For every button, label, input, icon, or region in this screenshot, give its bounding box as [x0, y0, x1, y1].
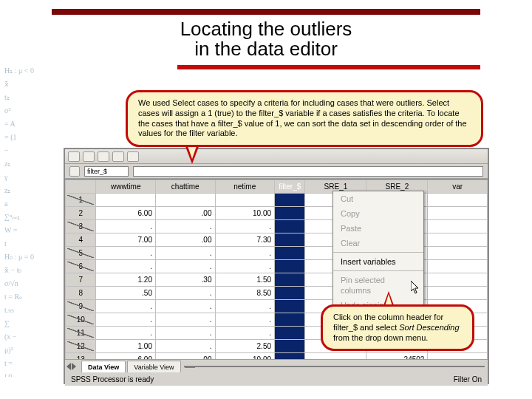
cell[interactable]: .	[155, 300, 215, 313]
row-number[interactable]: 12	[66, 340, 96, 353]
row-number[interactable]: 9	[66, 300, 96, 313]
cell[interactable]: .50	[96, 287, 156, 300]
cell[interactable]	[428, 194, 488, 207]
cell[interactable]: .00	[155, 233, 215, 247]
cell[interactable]: .	[96, 313, 156, 327]
cell[interactable]	[275, 353, 305, 360]
cell[interactable]: .	[215, 260, 275, 273]
cell[interactable]	[305, 353, 366, 360]
cell[interactable]: .	[96, 327, 156, 340]
cell[interactable]	[275, 327, 305, 340]
cell[interactable]	[428, 233, 488, 247]
menu-item-insert-variables[interactable]: Insert variables	[333, 254, 423, 269]
toolbar-btn[interactable]	[127, 151, 139, 162]
cell[interactable]: .	[96, 300, 156, 313]
cell[interactable]: .	[155, 287, 215, 300]
cell[interactable]	[428, 273, 488, 287]
cell[interactable]	[275, 340, 305, 353]
cell[interactable]: .	[96, 247, 156, 260]
cell[interactable]: 10.00	[215, 207, 275, 220]
corner-cell[interactable]	[66, 180, 96, 194]
toolbar-btn[interactable]	[112, 151, 124, 162]
row-number[interactable]: 5	[66, 247, 96, 260]
column-header-wwwtime[interactable]: wwwtime	[96, 180, 156, 194]
cell[interactable]: .	[215, 247, 275, 260]
row-number[interactable]: 11	[66, 327, 96, 340]
bottom-tab-bar: Data View Variable View	[65, 359, 488, 372]
cell[interactable]: 10.00	[215, 353, 275, 360]
cell[interactable]: 1.00	[96, 340, 156, 353]
cell[interactable]: 6.00	[96, 353, 156, 360]
menu-separator	[333, 252, 423, 253]
cell[interactable]: 1.20	[96, 273, 156, 287]
cell[interactable]	[428, 207, 488, 220]
cell[interactable]: .	[155, 327, 215, 340]
cell[interactable]: 8.50	[215, 287, 275, 300]
toolbar-btn[interactable]	[68, 151, 80, 162]
cell[interactable]: .	[155, 313, 215, 327]
cell[interactable]	[275, 313, 305, 327]
cell[interactable]	[275, 194, 305, 207]
row-number[interactable]: 13	[66, 353, 96, 360]
cell[interactable]: -.24502	[366, 353, 428, 360]
cell[interactable]	[428, 287, 488, 300]
tab-variable-view[interactable]: Variable View	[127, 361, 180, 372]
title-line-2: in the data editor	[194, 38, 338, 60]
cell[interactable]: .	[96, 260, 156, 273]
cell[interactable]	[275, 233, 305, 247]
cell[interactable]	[428, 247, 488, 260]
cell[interactable]: 6.00	[96, 207, 156, 220]
cell[interactable]	[428, 220, 488, 233]
cell[interactable]	[155, 194, 215, 207]
row-number[interactable]: 8	[66, 287, 96, 300]
row-number[interactable]: 4	[66, 233, 96, 247]
cell[interactable]: 1.50	[215, 273, 275, 287]
column-header-var[interactable]: var	[428, 180, 488, 194]
cell[interactable]	[275, 247, 305, 260]
scroll-thumb[interactable]	[185, 366, 195, 368]
cell[interactable]: .00	[155, 207, 215, 220]
cell[interactable]	[275, 207, 305, 220]
cell[interactable]: .	[155, 220, 215, 233]
status-bar: SPSS Processor is ready Filter On	[65, 372, 488, 386]
cell[interactable]: .	[215, 327, 275, 340]
cell[interactable]: 7.00	[96, 233, 156, 247]
cell[interactable]: 7.30	[215, 233, 275, 247]
cell[interactable]	[96, 194, 156, 207]
cell[interactable]: .00	[155, 353, 215, 360]
cell[interactable]	[215, 194, 275, 207]
row-number[interactable]: 10	[66, 313, 96, 327]
cell[interactable]: .30	[155, 273, 215, 287]
cell[interactable]	[428, 260, 488, 273]
cell[interactable]	[275, 300, 305, 313]
cell[interactable]	[275, 287, 305, 300]
tab-prev-icon[interactable]	[66, 363, 71, 370]
tab-next-icon[interactable]	[72, 363, 76, 370]
row-number[interactable]: 3	[66, 220, 96, 233]
cell[interactable]: .	[155, 247, 215, 260]
cell-value-field[interactable]	[133, 166, 483, 177]
cell[interactable]: .	[215, 300, 275, 313]
row-number[interactable]: 2	[66, 207, 96, 220]
cell[interactable]	[428, 353, 488, 360]
column-header-netime[interactable]: netime	[215, 180, 275, 194]
row-number[interactable]: 6	[66, 260, 96, 273]
horizontal-scrollbar[interactable]	[184, 366, 485, 367]
cell[interactable]	[275, 260, 305, 273]
cell[interactable]: 2.50	[215, 340, 275, 353]
cell[interactable]: .	[215, 220, 275, 233]
row-number[interactable]: 7	[66, 273, 96, 287]
cell[interactable]: .	[155, 340, 215, 353]
menu-item-copy: Copy	[333, 206, 423, 221]
tab-data-view[interactable]: Data View	[81, 361, 126, 372]
cell[interactable]: .	[96, 220, 156, 233]
cell[interactable]: .	[155, 260, 215, 273]
cell[interactable]: .	[215, 313, 275, 327]
column-header-filter[interactable]: filter_$	[275, 180, 305, 194]
column-header-chattime[interactable]: chattime	[155, 180, 215, 194]
cell[interactable]	[275, 220, 305, 233]
toolbar-btn[interactable]	[83, 151, 95, 162]
toolbar-btn[interactable]	[98, 151, 109, 162]
cell[interactable]	[275, 273, 305, 287]
row-number[interactable]: 1	[66, 194, 96, 207]
